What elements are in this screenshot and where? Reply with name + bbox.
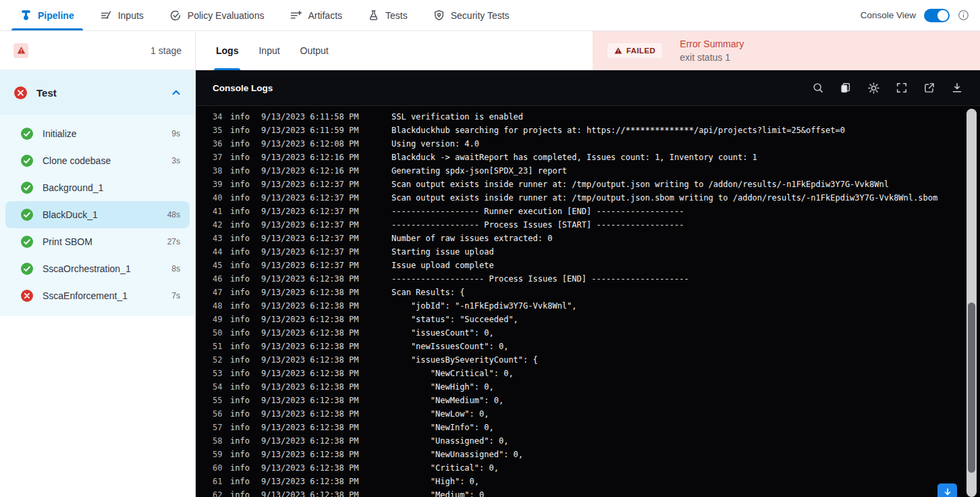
log-level: info (230, 299, 261, 313)
log-level: info (230, 394, 261, 407)
log-content: 34info9/13/2023 6:11:58 PMSSL verificati… (196, 106, 980, 497)
step-item-print-sbom[interactable]: Print SBOM27s (5, 228, 190, 255)
log-timestamp: 9/13/2023 6:12:16 PM (261, 151, 391, 164)
log-level: info (230, 205, 261, 218)
log-message: "NewUnassigned": 0, (391, 448, 523, 461)
step-item-initialize[interactable]: Initialize9s (5, 120, 190, 147)
scroll-to-bottom-button[interactable] (937, 483, 957, 497)
tab-label: Pipeline (38, 10, 74, 21)
open-in-new-icon[interactable] (923, 82, 935, 94)
tab-output[interactable]: Output (300, 31, 329, 70)
console-view-toggle[interactable] (924, 9, 950, 22)
log-level: info (230, 245, 261, 259)
log-level: info (230, 191, 261, 205)
tab-input[interactable]: Input (258, 31, 279, 70)
info-icon[interactable] (958, 9, 969, 21)
tab-label: Security Tests (451, 10, 510, 21)
log-message: Blackduckhub searching for projects at: … (391, 124, 845, 137)
success-check-icon (20, 208, 34, 221)
log-line-number: 60 (213, 461, 230, 475)
step-label: BlackDuck_1 (43, 209, 98, 220)
step-item-sscaorchestration-1[interactable]: SscaOrchestration_18s (5, 255, 190, 282)
log-timestamp: 9/13/2023 6:12:37 PM (261, 218, 391, 232)
step-item-sscaenforcement-1[interactable]: SscaEnforcement_17s (5, 282, 190, 309)
log-timestamp: 9/13/2023 6:12:38 PM (261, 286, 391, 299)
chevron-up-icon[interactable] (171, 87, 182, 98)
log-timestamp: 9/13/2023 6:12:38 PM (261, 367, 391, 380)
tab-label: Artifacts (308, 10, 342, 21)
log-timestamp: 9/13/2023 6:12:37 PM (261, 232, 391, 245)
log-scrollbar-track[interactable] (967, 109, 977, 497)
tab-pipeline[interactable]: Pipeline (20, 0, 74, 30)
copy-icon[interactable] (840, 82, 852, 94)
tab-tests[interactable]: Tests (368, 0, 408, 30)
log-level: info (230, 272, 261, 286)
stage-count: 1 stage (151, 45, 182, 56)
log-level: info (230, 448, 261, 461)
tab-inputs[interactable]: Inputs (100, 0, 144, 30)
pipeline-icon (20, 9, 32, 21)
security-tests-icon (433, 9, 445, 21)
error-summary-texts: Error Summary exit status 1 (680, 37, 744, 64)
tab-policy-evaluations[interactable]: Policy Evaluations (169, 0, 265, 30)
console-view-label: Console View (861, 10, 916, 20)
log-timestamp: 9/13/2023 6:12:38 PM (261, 434, 391, 448)
log-line-number: 54 (213, 380, 230, 394)
log-line-number: 58 (213, 434, 230, 448)
failed-status-badge: FAILED (607, 43, 662, 58)
log-level: info (230, 313, 261, 326)
step-duration: 8s (171, 264, 180, 273)
tab-security-tests[interactable]: Security Tests (433, 0, 510, 30)
log-message: "Unassigned": 0, (391, 434, 508, 448)
inputs-icon (100, 9, 112, 22)
log-line: 41info9/13/2023 6:12:37 PM--------------… (196, 205, 980, 218)
tab-logs[interactable]: Logs (216, 31, 238, 70)
log-scrollbar-thumb[interactable] (968, 303, 975, 473)
fullscreen-icon[interactable] (896, 82, 908, 94)
tab-label: Tests (385, 10, 408, 21)
log-timestamp: 9/13/2023 6:12:37 PM (261, 178, 391, 191)
step-item-clone-codebase[interactable]: Clone codebase3s (5, 147, 190, 174)
log-line-number: 44 (213, 245, 230, 259)
step-duration: 7s (171, 291, 180, 300)
search-icon[interactable] (812, 82, 824, 94)
log-timestamp: 9/13/2023 6:12:38 PM (261, 461, 391, 475)
log-timestamp: 9/13/2023 6:12:38 PM (261, 340, 391, 353)
log-level: info (230, 151, 261, 164)
log-line: 49info9/13/2023 6:12:38 PM "status": "Su… (196, 313, 980, 326)
tests-icon (368, 9, 379, 21)
log-message: Using version: 4.0 (391, 137, 479, 151)
log-line: 45info9/13/2023 6:12:37 PMIssue upload c… (196, 259, 980, 272)
log-level: info (230, 124, 261, 137)
log-line: 37info9/13/2023 6:12:16 PMBlackduck -> a… (196, 151, 980, 164)
log-message: Number of raw issues extracted: 0 (391, 232, 552, 245)
step-item-blackduck-1[interactable]: BlackDuck_148s (5, 201, 190, 228)
main-panel: Logs Input Output FAILED Error Summary e… (196, 31, 980, 497)
log-line-number: 62 (213, 488, 230, 497)
log-message: Starting issue upload (391, 245, 494, 259)
log-message: "NewCritical": 0, (391, 367, 514, 380)
log-timestamp: 9/13/2023 6:12:38 PM (261, 353, 391, 367)
log-message: "NewInfo": 0, (391, 421, 494, 434)
failed-x-icon (20, 289, 34, 303)
policy-evaluations-icon (169, 9, 182, 22)
log-line-number: 48 (213, 299, 230, 313)
step-label: Print SBOM (43, 236, 92, 247)
log-message: Scan output exists inside runner at: /tm… (391, 191, 937, 205)
log-line-number: 40 (213, 191, 230, 205)
settings-gear-icon[interactable] (867, 82, 880, 95)
log-timestamp: 9/13/2023 6:12:37 PM (261, 245, 391, 259)
log-level: info (230, 110, 261, 124)
stage-summary-row[interactable]: 1 stage (0, 31, 195, 70)
log-message: "Medium": 0 (391, 488, 484, 497)
tab-artifacts[interactable]: Artifacts (290, 0, 342, 30)
log-level: info (230, 434, 261, 448)
log-message: ------------------ Process Issues [START… (391, 218, 684, 232)
log-line-number: 38 (213, 164, 230, 178)
download-icon[interactable] (951, 82, 963, 94)
tab-label: Inputs (118, 10, 144, 21)
stage-failed-warning-icon (13, 43, 28, 58)
console-log-viewport: 34info9/13/2023 6:11:58 PMSSL verificati… (196, 106, 980, 497)
stage-header-test[interactable]: Test (0, 70, 195, 115)
step-item-background-1[interactable]: Background_1 (5, 174, 190, 201)
